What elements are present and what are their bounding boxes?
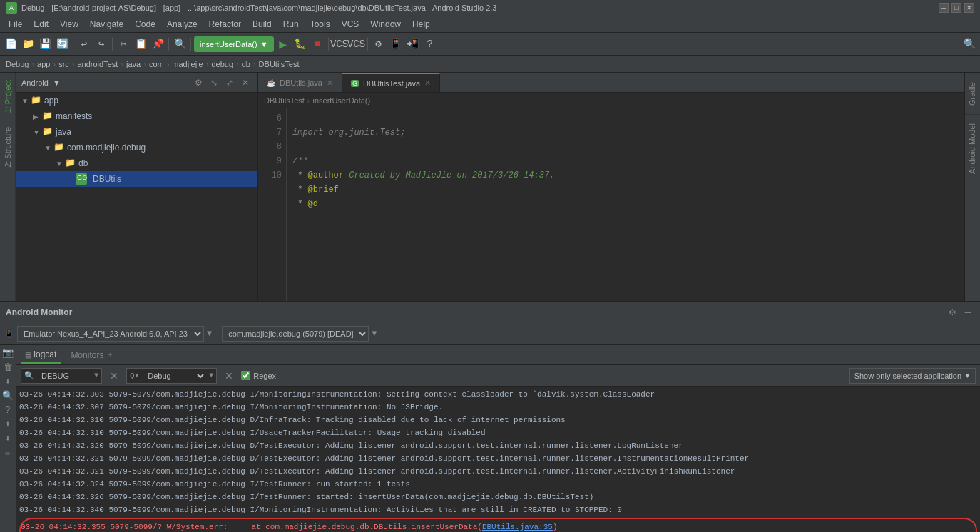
show-selected-button[interactable]: Show only selected application ▼ <box>849 368 976 384</box>
monitor-icon-scroll[interactable]: ⬇ <box>1 375 14 388</box>
toolbar-sync[interactable]: 🔄 <box>54 36 70 52</box>
panel-close-icon[interactable]: ✕ <box>239 76 252 89</box>
toolbar-save[interactable]: 💾 <box>37 36 53 52</box>
stop-button[interactable]: ■ <box>310 36 325 52</box>
monitor-icon-help[interactable]: ? <box>1 404 14 416</box>
toolbar-sdk[interactable]: 📱 <box>388 36 404 52</box>
tree-item-package[interactable]: ▼ 📁 com.madjiejie.debug <box>16 140 257 155</box>
log-level-selector[interactable]: Debug Verbose Info Warn Error <box>142 369 206 383</box>
breadcrumb-com[interactable]: com <box>149 60 164 68</box>
toolbar-avd[interactable]: 📲 <box>405 36 421 52</box>
tab-dbutilstestjava[interactable]: G DBUtilsTest.java ✕ <box>342 73 440 92</box>
tab-close-dbutilsjava[interactable]: ✕ <box>327 78 333 88</box>
editor-breadcrumb-method[interactable]: insertUserData() <box>313 96 371 105</box>
menu-window[interactable]: Window <box>364 16 407 32</box>
search-clear-button[interactable]: ✕ <box>106 368 122 384</box>
monitor-icon-down[interactable]: ⬇ <box>1 432 14 445</box>
tab-close-dbutilstestjava[interactable]: ✕ <box>424 78 431 88</box>
monitor-icon-up[interactable]: ⬆ <box>1 418 14 431</box>
monitor-icon-filter[interactable]: 🔍 <box>1 389 14 402</box>
toolbar-settings[interactable]: ⚙ <box>371 36 387 52</box>
breadcrumb-src[interactable]: src <box>58 60 69 68</box>
toolbar-vcs2[interactable]: VCS <box>349 36 364 52</box>
tree-item-dbutils[interactable]: G⊙ DBUtils <box>16 171 257 187</box>
tree-item-app[interactable]: ▼ 📁 app <box>16 93 257 108</box>
regex-checkbox[interactable] <box>241 371 250 380</box>
project-view-dropdown[interactable]: ▼ <box>53 78 61 87</box>
window-controls[interactable]: ─ □ ✕ <box>939 3 974 13</box>
breadcrumb-app[interactable]: app <box>37 60 50 68</box>
menu-tools[interactable]: Tools <box>305 16 336 32</box>
menu-vcs[interactable]: VCS <box>336 16 365 32</box>
toolbar-search[interactable]: 🔍 <box>172 36 188 52</box>
app-icon: A <box>6 2 17 14</box>
dbutils-link[interactable]: DBUtils.java:35 <box>482 523 553 531</box>
sidebar-item-structure[interactable]: 2: Structure <box>1 120 14 175</box>
monitor-icon-camera[interactable]: 📷 <box>1 347 14 359</box>
menu-run[interactable]: Run <box>277 16 305 32</box>
run-button[interactable]: ▶ <box>275 36 291 52</box>
menu-file[interactable]: File <box>3 16 28 32</box>
toolbar-undo[interactable]: ↩ <box>76 36 92 52</box>
breadcrumb-androidtest[interactable]: androidTest <box>77 60 118 68</box>
right-tab-gradle[interactable]: Gradle <box>965 73 980 114</box>
menu-help[interactable]: Help <box>407 16 436 32</box>
tab-logcat[interactable]: ▤ logcat <box>21 347 61 364</box>
panel-settings-icon[interactable]: ⚙ <box>192 76 205 89</box>
debug-button[interactable]: 🐛 <box>292 36 308 52</box>
menu-code[interactable]: Code <box>129 16 161 32</box>
menu-analyze[interactable]: Analyze <box>161 16 203 32</box>
menu-build[interactable]: Build <box>247 16 277 32</box>
editor-breadcrumb-class[interactable]: DBUtilsTest <box>264 96 305 105</box>
tab-dbutilsjava[interactable]: ☕ DBUtils.java ✕ <box>258 73 342 92</box>
monitor-icon-clear[interactable]: 🗑 <box>1 361 14 374</box>
breadcrumb-dbutilstest[interactable]: DBUtilsTest <box>259 60 300 68</box>
tab-monitors[interactable]: Monitors + <box>66 347 116 363</box>
tree-item-java[interactable]: ▼ 📁 java <box>16 124 257 140</box>
code-content[interactable]: import org.junit.Test; /** * @author Cre… <box>287 108 964 301</box>
panel-collapse-icon[interactable]: ⤢ <box>223 76 236 89</box>
breadcrumb-debug2[interactable]: debug <box>211 60 233 68</box>
device-dropdown-icon[interactable]: ▼ <box>207 329 212 339</box>
right-tab-android-model[interactable]: Android Model <box>965 114 980 183</box>
toolbar-help[interactable]: ? <box>422 36 438 52</box>
toolbar-paste[interactable]: 📌 <box>150 36 165 52</box>
run-config-selector[interactable]: insertUserData() ▼ <box>194 36 274 52</box>
device-selector[interactable]: Emulator Nexus_4_API_23 Android 6.0, API… <box>17 326 204 342</box>
toolbar-global-search[interactable]: 🔍 <box>961 36 977 52</box>
tree-item-manifests[interactable]: ▶ 📁 manifests <box>16 108 257 124</box>
close-button[interactable]: ✕ <box>964 3 974 13</box>
log-search-input[interactable] <box>36 368 93 384</box>
panel-expand-icon[interactable]: ⤡ <box>208 76 220 89</box>
process-dropdown-icon[interactable]: ▼ <box>372 329 377 339</box>
toolbar-redo[interactable]: ↪ <box>93 36 109 52</box>
code-editor[interactable]: 678910 import org.junit.Test; /** * @aut… <box>258 108 964 301</box>
breadcrumb-madjiejie[interactable]: madjiejie <box>172 60 203 68</box>
menu-view[interactable]: View <box>54 16 84 32</box>
search-dropdown-icon[interactable]: ▼ <box>94 372 98 379</box>
monitor-settings-icon[interactable]: ⚙ <box>946 306 959 319</box>
toolbar-new[interactable]: 📄 <box>3 36 19 52</box>
monitor-minimize-icon[interactable]: ─ <box>961 306 974 319</box>
log-level-dropdown[interactable]: ▼ <box>209 372 213 379</box>
sidebar-item-project[interactable]: 1: Project <box>1 73 14 120</box>
loglevel-clear-button[interactable]: ✕ <box>221 368 237 384</box>
breadcrumb-db[interactable]: db <box>242 60 250 68</box>
menu-edit[interactable]: Edit <box>28 16 54 32</box>
maximize-button[interactable]: □ <box>951 3 961 13</box>
toolbar-cut[interactable]: ✂ <box>116 36 131 52</box>
toolbar-copy[interactable]: 📋 <box>133 36 148 52</box>
toolbar-vcs1[interactable]: VCS <box>332 36 347 52</box>
monitor-icon-edit[interactable]: ✏ <box>1 446 14 459</box>
tab-monitors-add[interactable]: + <box>108 350 113 360</box>
toolbar-open[interactable]: 📁 <box>20 36 36 52</box>
menu-refactor[interactable]: Refactor <box>203 16 247 32</box>
tree-item-db[interactable]: ▼ 📁 db <box>16 155 257 171</box>
breadcrumb-debug[interactable]: Debug <box>6 60 29 68</box>
log-output[interactable]: 03-26 04:14:32.303 5079-5079/com.madjiej… <box>16 387 980 532</box>
process-selector[interactable]: com.madjiejie.debug (5079) [DEAD] <box>222 326 369 342</box>
breadcrumb-java[interactable]: java <box>126 60 141 68</box>
regex-checkbox-label[interactable]: Regex <box>241 371 276 380</box>
minimize-button[interactable]: ─ <box>939 3 949 13</box>
menu-navigate[interactable]: Navigate <box>84 16 129 32</box>
